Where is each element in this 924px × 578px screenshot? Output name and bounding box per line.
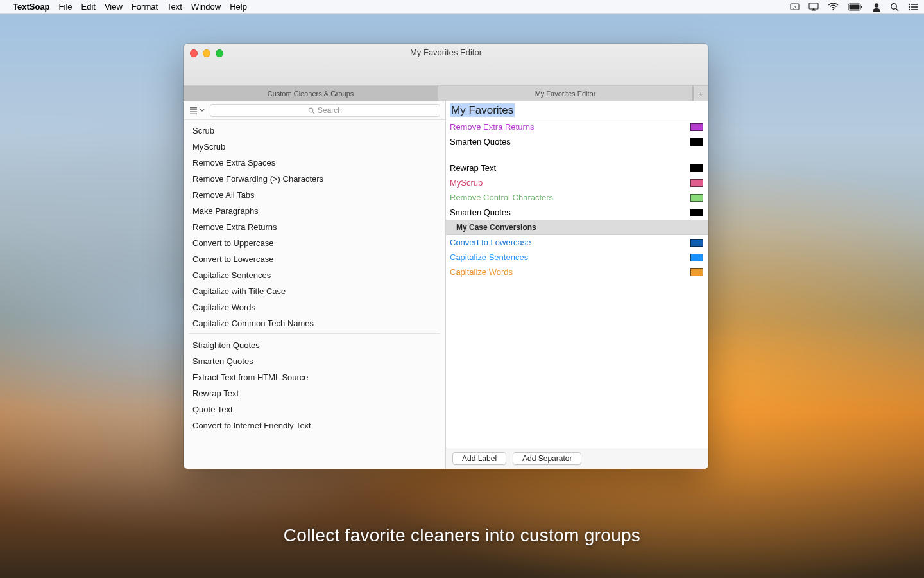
cleaner-item[interactable]: Capitalize Sentences [184,267,445,283]
menu-list-icon[interactable] [908,3,918,11]
svg-rect-19 [190,111,197,112]
color-swatch[interactable] [690,209,703,216]
favorite-item[interactable]: MyScrub [446,175,708,190]
search-input[interactable]: Search [210,104,440,117]
favorites-editor-window: My Favorites Editor Custom Cleaners & Gr… [184,44,708,469]
color-swatch[interactable] [690,268,703,276]
favorites-subgroup-label[interactable]: My Case Conversions [446,220,708,235]
favorite-label: Rewrap Text [450,163,496,173]
cleaner-item[interactable]: Rewrap Text [184,385,445,401]
color-swatch[interactable] [690,239,703,247]
cleaner-item[interactable]: Remove Extra Spaces [184,155,445,171]
add-separator-button[interactable]: Add Separator [513,452,581,465]
menu-help[interactable]: Help [230,2,247,12]
favorite-item[interactable]: Convert to Lowercase [446,235,708,250]
svg-line-22 [312,112,314,114]
favorite-item[interactable]: Capitalize Sentences [446,250,708,265]
favorite-item[interactable]: Smarten Quotes [446,134,708,149]
spotlight-icon[interactable] [890,3,899,12]
svg-point-4 [832,9,834,10]
list-separator [189,333,440,334]
favorite-label: Convert to Lowercase [450,238,531,247]
cleaner-item[interactable]: Straighten Quotes [184,337,445,353]
cleaner-item[interactable]: Convert to Uppercase [184,235,445,251]
menu-format[interactable]: Format [132,2,158,12]
color-swatch[interactable] [690,194,703,202]
svg-line-10 [896,8,898,11]
favorite-item[interactable]: Remove Control Characters [446,190,708,205]
menu-file[interactable]: File [59,2,73,12]
svg-point-9 [891,3,896,8]
cleaner-item[interactable]: MyScrub [184,139,445,155]
svg-rect-12 [911,4,918,5]
search-placeholder: Search [318,106,342,115]
favorite-item[interactable]: Remove Extra Returns [446,119,708,134]
favorites-list[interactable]: Remove Extra ReturnsSmarten QuotesRewrap… [446,119,708,448]
bottom-toolbar: Add Label Add Separator [446,448,708,469]
battery-icon[interactable] [848,3,863,11]
svg-point-11 [909,3,910,4]
cleaner-list[interactable]: ScrubMyScrubRemove Extra SpacesRemove Fo… [184,120,445,469]
tab-bar: Custom Cleaners & Groups My Favorites Ed… [184,86,708,101]
tab-custom-cleaners[interactable]: Custom Cleaners & Groups [184,86,438,101]
favorite-item[interactable]: Rewrap Text [446,161,708,175]
menu-window[interactable]: Window [191,2,221,12]
cleaner-item[interactable]: Convert to Lowercase [184,251,445,267]
favorite-label: Smarten Quotes [450,207,511,217]
menu-text[interactable]: Text [167,2,182,12]
add-label-button[interactable]: Add Label [452,452,506,465]
svg-rect-20 [190,113,197,114]
cleaner-item[interactable]: Capitalize Common Tech Names [184,315,445,331]
svg-point-8 [875,3,878,7]
svg-point-13 [909,6,910,7]
favorite-label: Capitalize Words [450,267,513,277]
cleaner-item[interactable]: Capitalize with Title Case [184,283,445,299]
svg-text:A: A [793,5,796,10]
svg-rect-17 [190,107,197,109]
cleaner-item[interactable]: Remove Extra Returns [184,219,445,235]
cleaner-item[interactable]: Capitalize Words [184,299,445,315]
tab-favorites-editor[interactable]: My Favorites Editor [438,86,693,101]
svg-rect-18 [190,109,197,110]
group-title-input[interactable]: My Favorites [450,103,515,117]
favorite-label: Smarten Quotes [450,137,511,146]
view-mode-dropdown[interactable] [189,107,206,114]
search-icon [308,107,315,114]
menu-edit[interactable]: Edit [81,2,96,12]
keyboard-icon[interactable]: A [790,3,800,11]
plus-icon: + [698,88,704,99]
color-swatch[interactable] [690,254,703,261]
cleaner-item[interactable]: Remove Forwarding (>) Characters [184,171,445,187]
svg-point-15 [909,8,910,10]
add-tab-button[interactable]: + [693,86,708,101]
svg-rect-14 [911,6,918,8]
color-swatch[interactable] [690,164,703,172]
cleaner-item[interactable]: Convert to Internet Friendly Text [184,417,445,434]
cleaner-item[interactable]: Scrub [184,123,445,139]
cleaner-item[interactable]: Remove All Tabs [184,187,445,203]
color-swatch[interactable] [690,138,703,146]
cleaner-item[interactable]: Make Paragraphs [184,203,445,219]
color-swatch[interactable] [690,179,703,187]
color-swatch[interactable] [690,123,703,131]
svg-point-21 [309,108,313,112]
app-name[interactable]: TextSoap [13,2,50,12]
favorite-label: Capitalize Sentences [450,252,528,262]
favorite-item[interactable]: Capitalize Words [446,265,708,279]
cleaner-item[interactable]: Extract Text from HTML Source [184,369,445,385]
marketing-caption: Collect favorite cleaners into custom gr… [0,525,924,546]
list-lines-icon [190,107,198,114]
user-icon[interactable] [872,3,881,12]
cleaner-item[interactable]: Smarten Quotes [184,353,445,369]
menu-view[interactable]: View [105,2,123,12]
wifi-icon[interactable] [828,3,839,11]
tab-label: Custom Cleaners & Groups [268,90,354,98]
favorite-item[interactable]: Smarten Quotes [446,205,708,220]
svg-rect-16 [911,9,918,10]
chevron-down-icon [200,109,205,112]
favorites-separator [446,149,708,161]
menu-bar: TextSoap File Edit View Format Text Wind… [0,0,924,14]
cleaner-item[interactable]: Quote Text [184,401,445,417]
svg-rect-6 [850,4,860,9]
airplay-icon[interactable] [809,3,819,11]
